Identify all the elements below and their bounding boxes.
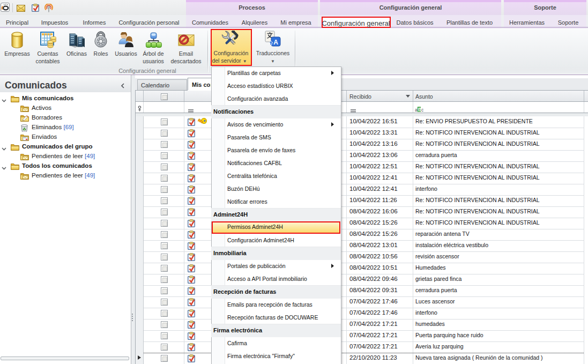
svg-text:a: a	[415, 107, 418, 113]
svg-text:A: A	[273, 39, 278, 46]
svg-text:c: c	[421, 107, 424, 113]
